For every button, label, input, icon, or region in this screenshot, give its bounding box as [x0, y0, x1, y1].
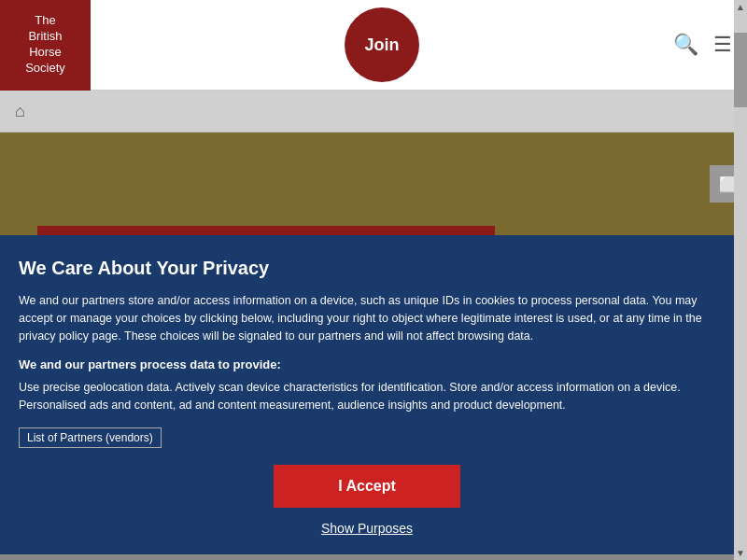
header-center: Join [91, 7, 673, 82]
search-button[interactable]: 🔍 [673, 33, 698, 57]
scroll-down-arrow[interactable]: ▼ [734, 546, 747, 560]
cookie-subtitle: We and our partners process data to prov… [19, 357, 715, 371]
accept-button[interactable]: I Accept [274, 465, 460, 508]
breadcrumb-bar: ⌂ [0, 91, 747, 133]
logo: The British Horse Society [0, 0, 91, 91]
show-purposes-button[interactable]: Show Purposes [321, 521, 413, 536]
logo-text: The British Horse Society [18, 6, 73, 84]
menu-button[interactable]: ☰ [713, 33, 732, 57]
join-button[interactable]: Join [345, 7, 419, 82]
cookie-consent-modal: We Care About Your Privacy We and our pa… [0, 235, 734, 554]
scrollbar-thumb[interactable] [734, 33, 747, 107]
header: The British Horse Society Join 🔍 ☰ [0, 0, 747, 91]
scroll-up-arrow[interactable]: ▲ [734, 0, 747, 14]
cookie-purposes-text: Use precise geolocation data. Actively s… [19, 379, 715, 414]
partners-link[interactable]: List of Partners (vendors) [19, 427, 162, 448]
hero-section: ⬜ [0, 133, 747, 235]
scrollbar: ▲ ▼ [734, 0, 747, 560]
cookie-body-text: We and our partners store and/or access … [19, 292, 715, 344]
red-bar [37, 226, 495, 235]
cookie-title: We Care About Your Privacy [19, 258, 715, 279]
home-icon[interactable]: ⌂ [15, 102, 25, 121]
